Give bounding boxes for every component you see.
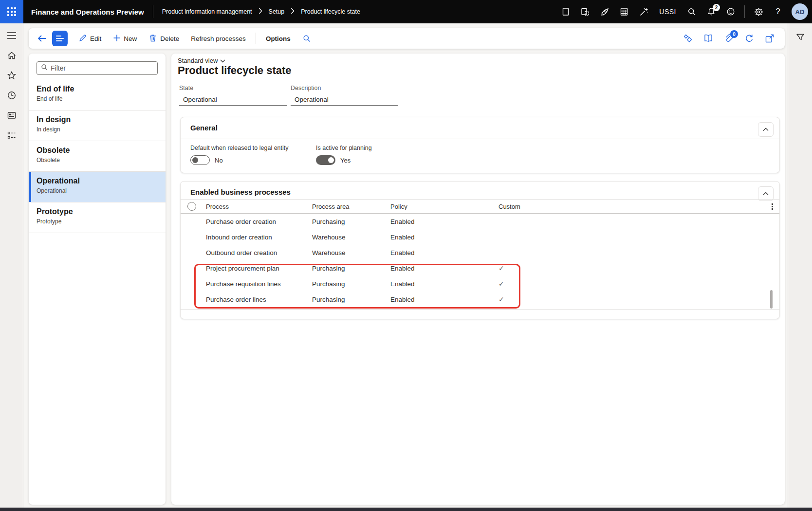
commandbar-right-icons: 0 [681,31,779,46]
state-input[interactable] [179,94,287,106]
grid-bottom-border [181,309,779,310]
commandbar-search-icon[interactable] [297,30,316,47]
delete-button[interactable]: Delete [144,30,184,47]
environment-badge[interactable]: USSI [654,8,681,16]
commandbar-divider [256,33,256,44]
refresh-processes-label: Refresh processes [191,35,246,42]
gear-icon[interactable] [750,3,767,20]
open-in-new-window-icon[interactable] [762,31,777,46]
home-icon[interactable] [3,48,20,63]
modules-icon[interactable] [3,128,20,143]
search-icon [41,64,48,73]
cell-process: Purchase order creation [206,218,312,225]
default-released-toggle-group: Default when released to legal entity No [190,145,289,165]
clock-icon[interactable] [3,88,20,103]
fullscreen-icon[interactable] [557,3,574,20]
new-button-label: New [124,35,137,42]
filter-funnel-icon[interactable] [792,29,809,46]
breadcrumb-page[interactable]: Product lifecycle state [301,8,360,15]
select-all-checkbox[interactable] [187,202,196,211]
star-icon[interactable] [3,68,20,83]
smiley-icon[interactable] [722,3,739,20]
help-icon[interactable]: ? [769,3,787,20]
table-row[interactable]: Outbound order creation Warehouse Enable… [181,245,779,260]
view-selector[interactable]: Standard view [178,57,225,64]
search-icon[interactable] [683,3,701,20]
collapse-general-button[interactable] [758,122,774,137]
list-item-prototype[interactable]: Prototype Prototype [29,202,166,233]
list-item-end-of-life[interactable]: End of life End of life [29,80,166,110]
calculator-icon[interactable] [615,3,633,20]
cell-process: Purchase requisition lines [206,280,312,288]
user-avatar[interactable]: AD [792,3,808,20]
toggle-value: Yes [340,157,351,164]
table-row-highlighted[interactable]: Purchase order lines Purchasing Enabled … [181,292,779,307]
rocket-icon[interactable] [596,3,613,20]
cell-custom-checkmark: ✓ [498,264,765,272]
list-item-obsolete[interactable]: Obsolete Obsolete [29,141,166,172]
topbar-actions: USSI 2 ? AD [557,3,812,20]
filter-input[interactable] [51,64,153,72]
table-row[interactable]: Inbound order creation Warehouse Enabled [181,229,779,245]
magic-wand-icon[interactable] [635,3,652,20]
main-content-card: Standard view Product lifecycle state St… [171,54,785,505]
list-item-subtitle: Obsolete [37,157,160,164]
breadcrumb-setup[interactable]: Setup [269,8,285,15]
description-input[interactable] [291,94,398,106]
refresh-icon[interactable] [742,31,757,46]
description-field: Description [291,85,398,106]
toggle-value: No [215,157,223,164]
list-item-subtitle: End of life [37,95,160,102]
options-button[interactable]: Options [261,30,295,47]
column-header-policy[interactable]: Policy [390,203,498,210]
bell-icon[interactable]: 2 [702,3,720,20]
table-row-highlighted[interactable]: Purchase requisition lines Purchasing En… [181,276,779,292]
list-item-subtitle: Prototype [37,218,160,225]
power-apps-icon[interactable] [681,31,695,46]
column-header-process[interactable]: Process [206,203,312,210]
workspace-icon[interactable] [3,108,20,123]
grid-vertical-scrollbar[interactable] [770,290,773,309]
table-row-highlighted[interactable]: Project procurement plan Purchasing Enab… [181,260,779,276]
cell-policy: Enabled [390,296,498,303]
breadcrumb: Product information management Setup Pro… [162,8,360,16]
list-item-subtitle: Operational [37,187,160,194]
cell-policy: Enabled [390,218,498,225]
refresh-processes-button[interactable]: Refresh processes [186,30,251,47]
cell-process-area: Purchasing [312,296,390,303]
cell-process: Outbound order creation [206,249,312,256]
delete-button-label: Delete [160,35,179,42]
paperclip-icon[interactable]: 0 [721,31,736,46]
active-for-planning-toggle[interactable] [316,155,335,165]
form-caption-button[interactable] [52,31,68,46]
hamburger-icon[interactable] [3,28,20,43]
devices-icon[interactable] [576,3,594,20]
toggle-label: Is active for planning [316,145,372,151]
edit-button-label: Edit [90,35,101,42]
cell-process: Inbound order creation [206,234,312,241]
edit-button[interactable]: Edit [74,30,106,47]
app-launcher-waffle-icon[interactable] [0,0,23,23]
list-item-title: In design [37,115,160,124]
cell-policy: Enabled [390,280,498,288]
table-row[interactable]: Purchase order creation Purchasing Enabl… [181,214,779,229]
list-item-operational-selected[interactable]: Operational Operational [29,172,166,202]
enabled-business-processes-section: Enabled business processes Process Proce… [180,181,780,319]
list-item-in-design[interactable]: In design In design [29,110,166,141]
cell-process-area: Warehouse [312,234,390,241]
processes-section-title: Enabled business processes [190,188,291,196]
grid-body: Purchase order creation Purchasing Enabl… [181,214,779,307]
default-released-toggle[interactable] [190,155,210,165]
column-header-custom[interactable]: Custom [498,203,765,210]
grid-more-options-icon[interactable] [765,203,779,210]
topbar-divider [744,5,745,18]
book-icon[interactable] [701,31,716,46]
breadcrumb-module[interactable]: Product information management [162,8,252,15]
filter-input-wrap [37,61,158,75]
column-header-process-area[interactable]: Process area [312,203,390,210]
chevron-right-icon [258,8,262,16]
left-nav-rail [0,23,23,508]
lifecycle-state-list-panel: End of life End of life In design In des… [29,54,166,505]
back-arrow-icon[interactable] [34,30,50,47]
new-button[interactable]: New [108,30,142,47]
